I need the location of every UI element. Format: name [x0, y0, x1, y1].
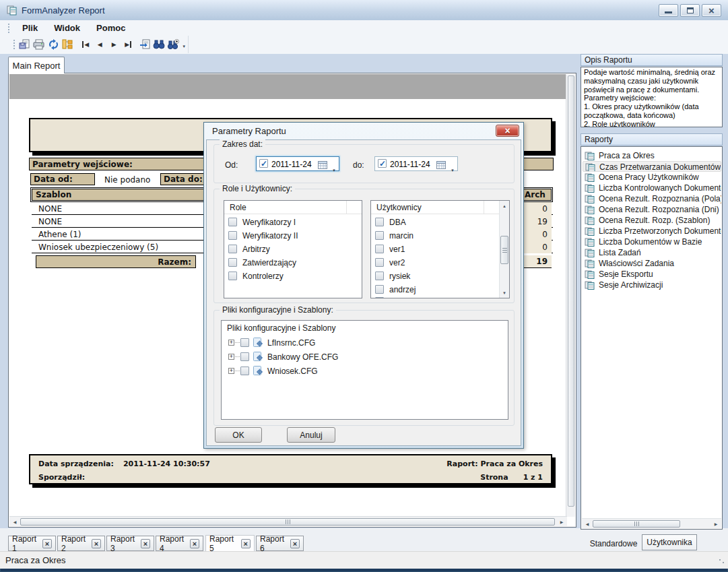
minimize-button[interactable]: [659, 4, 678, 17]
user-checkbox[interactable]: [375, 231, 384, 240]
horizontal-scroll-thumb[interactable]: [20, 518, 555, 526]
tab-raport-1[interactable]: Raport 1: [8, 536, 56, 551]
refresh-button[interactable]: [46, 37, 61, 52]
tree-root-label[interactable]: Pliki konfiguracyjne i Szablony: [227, 323, 335, 333]
report-item[interactable]: Praca za Okres: [583, 150, 721, 161]
list-item-clipped[interactable]: st: [371, 295, 509, 298]
report-item[interactable]: Liczba Kontrolowanych Dokumentów: [583, 183, 721, 193]
date-from-field[interactable]: 2011-11-24: [256, 156, 339, 171]
print-button[interactable]: [32, 37, 46, 52]
toggle-group-tree-button[interactable]: [61, 37, 75, 52]
tab-uzytkownika[interactable]: Użytkownika: [642, 534, 697, 550]
close-tab-button[interactable]: [241, 539, 251, 548]
list-item[interactable]: Arbitrzy: [224, 243, 362, 256]
go-previous-page-button[interactable]: ◀: [93, 37, 107, 52]
menu-grip[interactable]: [8, 24, 10, 33]
list-item[interactable]: rysiek: [371, 269, 509, 283]
resize-grip[interactable]: [719, 559, 725, 564]
tab-raport-3[interactable]: Raport 3: [106, 536, 154, 551]
tab-raport-6[interactable]: Raport 6: [256, 536, 304, 551]
toolbar-grip[interactable]: [13, 40, 15, 49]
close-tab-button[interactable]: [92, 539, 101, 548]
file-checkbox[interactable]: [240, 352, 249, 361]
user-checkbox[interactable]: [375, 285, 384, 294]
dialog-close-button[interactable]: [496, 125, 519, 137]
scroll-right-arrow-icon[interactable]: ▶: [710, 519, 721, 528]
config-files-tree[interactable]: Pliki konfiguracyjne i Szablony + LfInsr…: [221, 320, 508, 420]
title-bar[interactable]: FormAnalyzer Report: [0, 0, 728, 20]
report-item[interactable]: Sesje Archiwizacji: [583, 280, 721, 290]
roles-list[interactable]: Role Weryfikatorzy I Weryfikatorzy II Ar…: [224, 200, 362, 298]
report-item[interactable]: Liczba Przetworzonych Dokumentów: [583, 226, 721, 236]
tab-raport-4[interactable]: Raport 4: [156, 536, 203, 551]
report-item[interactable]: Liczba Dokumentów w Bazie: [583, 236, 721, 247]
dialog-title-bar[interactable]: Parametry Raportu: [204, 123, 523, 139]
report-item[interactable]: Ocena Rezult. Rozpoznania (Dni): [583, 204, 721, 215]
tree-node[interactable]: + LfInsrnc.CFG: [222, 336, 508, 350]
export-report-button[interactable]: [18, 37, 32, 52]
report-item-selected[interactable]: Czas Przetwarzania Dokumentów: [583, 161, 721, 172]
viewer-vertical-scrollbar[interactable]: [566, 74, 575, 517]
tab-standardowe[interactable]: Standardowe: [585, 536, 642, 550]
ok-button[interactable]: OK: [215, 427, 262, 443]
file-checkbox[interactable]: [240, 338, 249, 347]
role-checkbox[interactable]: [228, 231, 237, 240]
list-item[interactable]: marcin: [371, 229, 509, 243]
chevron-down-icon[interactable]: [451, 162, 455, 174]
report-item[interactable]: Ocena Rezult. Rozpoznania (Pola): [583, 193, 721, 204]
scroll-down-arrow-icon[interactable]: ▼: [500, 288, 509, 298]
tab-raport-2[interactable]: Raport 2: [57, 536, 105, 551]
close-tab-button[interactable]: [190, 539, 199, 548]
tab-raport-5[interactable]: Raport 5: [205, 535, 255, 552]
close-tab-button[interactable]: [141, 539, 150, 548]
report-item[interactable]: Ocena Rezult. Rozp. (Szablon): [583, 215, 721, 226]
scroll-left-arrow-icon[interactable]: ◀: [582, 519, 593, 528]
list-item[interactable]: ver2: [371, 256, 509, 269]
scroll-up-arrow-icon[interactable]: ▲: [500, 201, 509, 211]
user-checkbox[interactable]: [375, 297, 384, 298]
tab-main-report[interactable]: Main Report: [8, 57, 65, 73]
tree-node[interactable]: + Wniosek.CFG: [222, 364, 508, 378]
users-scroll-thumb[interactable]: [500, 236, 508, 264]
list-item[interactable]: Kontrolerzy: [224, 269, 362, 283]
list-item[interactable]: Weryfikatorzy II: [224, 229, 362, 243]
role-checkbox[interactable]: [228, 272, 237, 280]
report-item[interactable]: Lista Zadań: [583, 247, 721, 258]
scroll-left-arrow-icon[interactable]: ◀: [9, 517, 20, 526]
user-checkbox[interactable]: [375, 218, 384, 226]
report-item[interactable]: Ocena Pracy Użytkowników: [583, 172, 721, 183]
users-list-header[interactable]: Użytkownicy: [371, 201, 499, 214]
zoom-dropdown-button[interactable]: [180, 37, 188, 52]
go-next-page-button[interactable]: ▶: [107, 37, 121, 52]
menu-widok[interactable]: Widok: [46, 22, 88, 34]
list-item[interactable]: Zatwierdzający: [224, 256, 362, 269]
users-vertical-scrollbar[interactable]: ▲ ▼: [499, 201, 509, 298]
user-checkbox[interactable]: [375, 258, 384, 267]
user-checkbox[interactable]: [375, 245, 384, 253]
users-list[interactable]: Użytkownicy DBA marcin ver1 ver2 rysiek …: [370, 200, 510, 298]
viewer-horizontal-scrollbar[interactable]: ◀ ▶: [9, 516, 567, 526]
role-checkbox[interactable]: [228, 245, 237, 253]
scroll-right-arrow-icon[interactable]: ▶: [556, 517, 567, 526]
file-checkbox[interactable]: [240, 367, 249, 375]
reports-horizontal-scrollbar[interactable]: ◀ ▶: [582, 518, 721, 528]
tree-expander-icon[interactable]: +: [228, 368, 234, 374]
menu-plik[interactable]: Plik: [14, 22, 46, 34]
menu-pomoc[interactable]: Pomoc: [88, 22, 133, 34]
close-tab-button[interactable]: [290, 539, 300, 548]
reports-list[interactable]: Praca za Okres Czas Przetwarzania Dokume…: [581, 146, 723, 530]
date-from-checkbox[interactable]: [259, 159, 268, 168]
chevron-down-icon[interactable]: [332, 162, 336, 174]
close-tab-button[interactable]: [42, 539, 52, 548]
list-item[interactable]: DBA: [371, 216, 509, 229]
role-checkbox[interactable]: [228, 218, 237, 226]
tree-expander-icon[interactable]: +: [228, 354, 234, 360]
tree-expander-icon[interactable]: +: [228, 340, 234, 346]
go-first-page-button[interactable]: ◀: [79, 37, 93, 52]
roles-list-header[interactable]: Role: [224, 201, 362, 214]
list-item[interactable]: andrzej: [371, 283, 509, 296]
user-checkbox[interactable]: [375, 272, 384, 280]
report-item[interactable]: Sesje Eksportu: [583, 269, 721, 280]
close-button[interactable]: [702, 4, 721, 17]
tree-node[interactable]: + Bankowy OFE.CFG: [222, 350, 508, 364]
